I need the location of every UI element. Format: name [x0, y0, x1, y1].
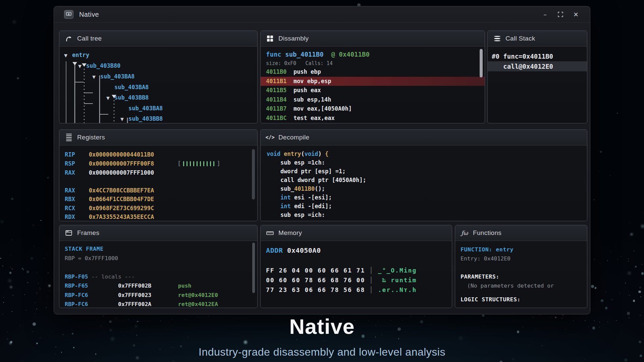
frame-row[interactable]: [65, 263, 257, 272]
frame-row[interactable]: RBP = 0x7FFF1000: [65, 254, 257, 263]
layers-icon: [493, 35, 501, 42]
window-title: Native: [79, 11, 99, 18]
decompile-line: call dword ptr [4050A0h];: [267, 176, 587, 184]
panel-frames: Frames STACK FRAMERBP = 0x7FFF1000 RBP-F…: [59, 225, 258, 308]
panel-title: Call tree: [77, 35, 102, 42]
function-info-row: (No parameters detected or: [461, 281, 587, 290]
panel-memory: Memory ADDR 0x4050A0 FF 26 04 00 60 66 6…: [260, 225, 452, 308]
function-info-row: Entry: 0x4012E0: [461, 254, 587, 263]
frames-body: STACK FRAMERBP = 0x7FFF1000 RBP-F05 -- l…: [59, 241, 257, 308]
register-row: RDX 0x7A3355243A35EECCA: [65, 213, 257, 221]
asm-line[interactable]: 4011BC test eax,eax: [266, 114, 479, 123]
decompile-line: void entry(void) {: [267, 149, 587, 158]
frame-row[interactable]: STACK FRAME: [65, 244, 257, 254]
blocks-icon: [266, 35, 274, 42]
tree-item-label: sub_403BB8: [114, 94, 149, 101]
call-tree-body: ▼entry▼sub_403B80▼sub_403BA8sub_403BA8▼s…: [59, 47, 257, 123]
tree-item[interactable]: sub_403BA8: [64, 103, 257, 114]
functions-body: FUNCTION: entryEntry: 0x4012E0 PARAMETER…: [455, 241, 587, 308]
memory-row: ADDR 0x4050A0: [266, 245, 452, 256]
tree-expand-icon[interactable]: ▼: [106, 93, 114, 103]
asm-line[interactable]: 4011B7 mov eax,[4050A0h]: [266, 104, 479, 114]
app-icon: [64, 10, 73, 19]
register-row: RAX 0x4CC7B08CCBBBEF7EA: [65, 186, 257, 195]
asm-line[interactable]: 4011B0 push ebp: [266, 67, 479, 77]
call-tree-list: ▼entry▼sub_403B80▼sub_403BA8sub_403BA8▼s…: [64, 50, 257, 123]
frame-row[interactable]: RBP-F05 -- locals ---: [65, 272, 257, 282]
maximize-icon: [558, 12, 563, 17]
panel-title: Functions: [473, 229, 501, 237]
tree-item[interactable]: ▼sub_403BB8: [64, 93, 257, 103]
register-row: RBX 0x0664F1CCBBB04F7DE: [65, 195, 257, 204]
panel-functions: ƒω Functions FUNCTION: entryEntry: 0x401…: [455, 225, 587, 308]
decompile-line: int esi -[esi];: [267, 193, 587, 202]
tree-expand-icon[interactable]: ▼: [78, 61, 86, 71]
minimize-icon: –: [543, 11, 547, 18]
registers-body: RIP 0x000000000044011B0RSP 0x0000000007F…: [59, 145, 257, 221]
panel-registers: Registers RIP 0x000000000044011B0RSP 0x0…: [59, 129, 258, 221]
panel-title: Dissambly: [278, 35, 309, 42]
asm-line[interactable]: size: 0xF0 Calls: 14: [266, 59, 479, 67]
frame-icon: [65, 229, 73, 237]
tree-item[interactable]: ▼sub_403B80: [64, 61, 257, 71]
register-row: RCX 0x0968F2E73C699299C: [65, 204, 257, 213]
disassembly-body: func sub_4011B0 @ 0x4011B0size: 0xF0 Cal…: [261, 47, 485, 123]
decompile-header: </> Decompile: [261, 130, 587, 145]
tree-item[interactable]: ▼entry: [64, 50, 257, 61]
panel-disassembly: Dissambly func sub_4011B0 @ 0x4011B0size…: [260, 31, 485, 123]
tree-item[interactable]: ▼sub_403BA8: [64, 71, 257, 82]
decompile-line: sub esp =1ch:: [267, 158, 587, 167]
panel-title: Memory: [278, 229, 302, 237]
function-info-row: LOGIC STRUCTURES:: [461, 295, 587, 304]
tree-item-label: entry: [72, 52, 89, 58]
frame-row[interactable]: RBP-FC6 0x7FFF002A ret@0x4012EA: [65, 300, 257, 308]
tree-item-label: sub_403BB8: [128, 115, 163, 122]
disassembly-header: Dissambly: [261, 31, 485, 47]
tree-item-label: sub_403B80: [86, 62, 120, 69]
maximize-button[interactable]: [555, 9, 566, 20]
stack-bars-indicator: []: [177, 159, 220, 168]
tree-item-label: sub_403BA8: [128, 105, 163, 112]
panel-title: Call Stack: [505, 35, 535, 42]
desktop-background: Native – ✕ Call tree: [0, 0, 644, 362]
frame-row[interactable]: RBP-FC6 0x7FFF0023 ret@0x4012E0: [65, 291, 257, 300]
panel-title: Decompile: [278, 134, 309, 141]
stack-entry[interactable]: #0 func=0x4011B0: [492, 51, 583, 61]
panel-title: Registers: [77, 134, 105, 141]
frame-row[interactable]: RBP-F65 0x7FFF002B push: [65, 281, 257, 291]
asm-line[interactable]: func sub_4011B0 @ 0x4011B0: [266, 49, 479, 59]
register-row: RSP 0x0000000007FFF00F8[]: [65, 159, 257, 168]
tree-item-label: sub_403BA8: [100, 73, 135, 80]
scrollbar-thumb[interactable]: [252, 243, 255, 293]
panel-call-tree: Call tree: [59, 31, 258, 123]
panel-decompile: </> Decompile void entry(void) { sub esp…: [260, 129, 587, 221]
function-info-row: FUNCTION: entry: [461, 245, 587, 254]
stack-entry[interactable]: call@0x4012E0: [488, 61, 587, 71]
tree-item[interactable]: ▼sub_403BB8: [64, 114, 257, 123]
functions-header: ƒω Functions: [455, 225, 587, 241]
memory-row: [266, 256, 452, 265]
asm-line[interactable]: 4011B1 mov ebp,esp: [261, 77, 485, 86]
curved-arrow-icon: [65, 35, 73, 42]
scrollbar-thumb[interactable]: [480, 49, 483, 77]
scrollbar-thumb[interactable]: [252, 149, 255, 199]
tree-expand-icon[interactable]: ▼: [64, 50, 72, 61]
decompile-line: dword ptr [esp] =1;: [267, 219, 587, 221]
panel-title: Frames: [77, 229, 99, 237]
register-row: RIP 0x000000000044011B0: [65, 150, 257, 159]
window-controls: – ✕: [540, 9, 581, 20]
decompile-body: void entry(void) { sub esp =1ch: dword p…: [261, 145, 587, 221]
close-button[interactable]: ✕: [571, 9, 581, 20]
tree-expand-icon[interactable]: ▼: [92, 72, 100, 82]
tree-expand-icon[interactable]: ▼: [120, 114, 128, 123]
asm-line[interactable]: 4011B5 push eax: [266, 86, 479, 95]
memory-header: Memory: [261, 225, 452, 241]
close-icon: ✕: [573, 11, 579, 18]
tree-item[interactable]: sub_403BA8: [64, 82, 257, 93]
minimize-button[interactable]: –: [540, 9, 550, 20]
hero-section: Native Industry-grade disassembly and lo…: [0, 314, 644, 358]
decompile-line: dword ptr [esp] =1;: [267, 167, 587, 176]
asm-line[interactable]: 4011B4 sub esp,14h: [266, 95, 479, 105]
memory-row: 00 60 60 78 66 68 76 00 │ ‰ runtim: [266, 275, 452, 285]
title-bar: Native – ✕: [54, 6, 590, 23]
